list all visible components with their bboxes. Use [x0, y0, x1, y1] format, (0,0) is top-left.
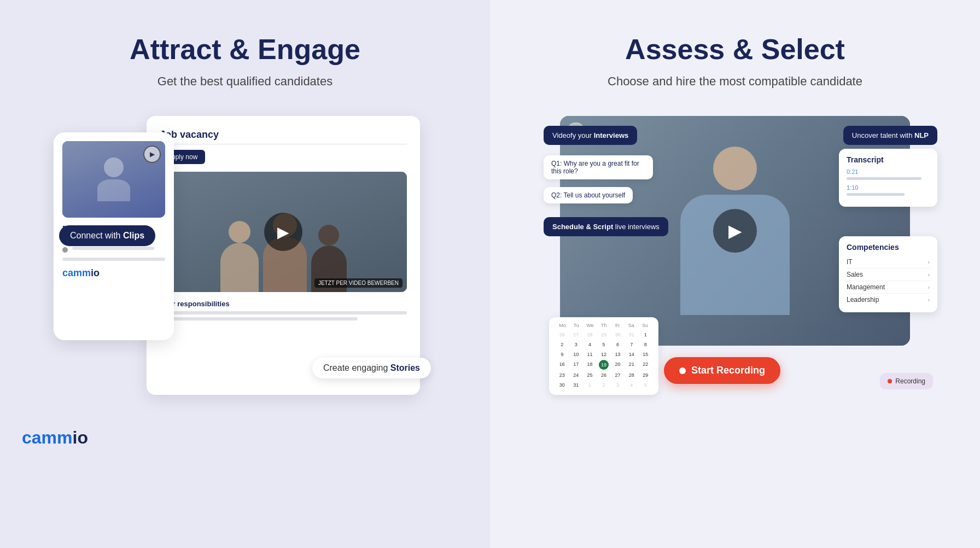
- stories-bold: Stories: [390, 363, 420, 372]
- main-video-play-button[interactable]: ▶: [713, 209, 757, 253]
- resp-line-2: [160, 317, 358, 320]
- video-overlay-text: JETZT PER VIDEO BEWERBEN: [314, 278, 402, 288]
- nlp-bubble: Uncover talent with NLP: [843, 126, 937, 145]
- cal-day-mo: Mo: [556, 323, 569, 328]
- cal-cell: 3: [569, 340, 582, 349]
- cal-day-tu: Tu: [569, 323, 583, 328]
- cal-cell: 7: [625, 340, 638, 349]
- schedule-bubble: Schedule & Script live interviews: [544, 217, 668, 236]
- cal-cell: 29: [639, 371, 652, 380]
- right-panel: Assess & Select Choose and hire the most…: [490, 0, 980, 548]
- cal-cell: 1: [639, 330, 652, 339]
- transcript-time-1: 0:21: [847, 168, 930, 175]
- videofy-bubble: Videofy your Interviews: [544, 126, 637, 145]
- interviews-bold: Interviews: [594, 131, 629, 139]
- cal-cell: 3: [611, 381, 624, 389]
- cammio-logo-area: cammio: [22, 411, 88, 448]
- right-content-area: ▶ ▶ Videofy your Interviews Uncover tale…: [533, 116, 937, 400]
- cal-day-sa: Sa: [625, 323, 638, 328]
- cal-cell: 2: [597, 381, 610, 389]
- responsibilities-section: Your responsibilities: [160, 300, 407, 320]
- competencies-title: Competencies: [847, 243, 930, 252]
- recording-badge-label: Recording: [895, 377, 925, 385]
- competency-it-chevron: ›: [928, 259, 930, 265]
- cal-cell: 24: [569, 371, 582, 380]
- cal-cell: 8: [639, 340, 652, 349]
- cal-cell: 29: [597, 330, 610, 339]
- competency-management-label: Management: [847, 283, 885, 291]
- cal-cell: 26: [597, 371, 610, 380]
- cal-cell-today: 19: [599, 360, 609, 370]
- cal-cell: 20: [611, 360, 624, 370]
- competency-leadership-chevron: ›: [928, 297, 930, 303]
- competency-management-chevron: ›: [928, 284, 930, 290]
- calendar-grid: 26 27 28 29 30 31 1 2 3 4 5 6 7 8 9 10 1…: [556, 330, 652, 389]
- competency-leadership: Leadership ›: [847, 294, 930, 306]
- recording-badge: Recording: [880, 373, 933, 389]
- competency-sales: Sales ›: [847, 269, 930, 281]
- cal-cell: 25: [584, 371, 596, 380]
- cal-cell: 1: [584, 381, 596, 389]
- cal-cell: 30: [556, 381, 568, 389]
- cal-cell: 27: [611, 371, 624, 380]
- cal-cell: 10: [569, 350, 582, 359]
- cal-cell: 5: [597, 340, 610, 349]
- cal-cell: 23: [556, 371, 568, 380]
- transcript-title: Transcript: [847, 155, 930, 164]
- cal-cell: 12: [597, 350, 610, 359]
- connect-clips-badge: Connect with Clips: [59, 225, 155, 246]
- cal-cell: 4: [625, 381, 638, 389]
- calendar-area: Mo Tu We Th Fr Sa Su 26 27 28 29 30 31 1…: [549, 317, 658, 395]
- cal-cell: 14: [625, 350, 638, 359]
- cal-day-th: Th: [597, 323, 610, 328]
- nlp-bold: NLP: [914, 131, 929, 139]
- responsibilities-title: Your responsibilities: [160, 300, 407, 308]
- cal-cell: 18: [584, 360, 596, 370]
- phone-cammio-logo: cammio: [62, 267, 165, 279]
- cal-cell: 26: [556, 330, 568, 339]
- right-title: Assess & Select: [625, 33, 845, 66]
- right-subtitle: Choose and hire the most compatible cand…: [608, 74, 862, 89]
- job-video-play-button[interactable]: ▶: [264, 213, 302, 251]
- competency-sales-label: Sales: [847, 271, 863, 278]
- start-recording-label: Start Recording: [691, 365, 765, 376]
- phone-small-play-icon[interactable]: ▶: [143, 145, 161, 163]
- phone-video-thumb: ▶ ▶: [62, 141, 165, 218]
- schedule-bold: Schedule & Script: [552, 223, 613, 231]
- left-panel: Attract & Engage Get the best qualified …: [0, 0, 490, 548]
- left-subtitle: Get the best qualified candidates: [158, 74, 332, 89]
- cammio-logo: cammio: [22, 428, 88, 448]
- clips-bold: Clips: [123, 231, 144, 240]
- calendar-header: Mo Tu We Th Fr Sa Su: [556, 323, 652, 328]
- phone-email-row: [62, 247, 165, 253]
- cal-cell: 6: [611, 340, 624, 349]
- job-card-divider: [160, 144, 407, 144]
- transcript-bar-2: [847, 193, 905, 196]
- phone-separator-line: [62, 258, 165, 261]
- phone-line-2: [72, 247, 154, 250]
- cal-cell: 28: [625, 371, 638, 380]
- cal-cell: 31: [625, 330, 638, 339]
- transcript-bar-1: [847, 177, 921, 180]
- email-icon: [62, 247, 68, 253]
- left-title: Attract & Engage: [130, 33, 360, 66]
- cal-cell: 16: [556, 360, 568, 370]
- competency-management: Management ›: [847, 281, 930, 294]
- cal-cell: 13: [611, 350, 624, 359]
- competency-sales-chevron: ›: [928, 272, 930, 278]
- cal-cell: 5: [639, 381, 652, 389]
- cal-cell: 9: [556, 350, 568, 359]
- cal-day-fr: Fr: [611, 323, 625, 328]
- cal-cell: 30: [611, 330, 624, 339]
- competency-leadership-label: Leadership: [847, 296, 879, 304]
- recording-red-dot-icon: [888, 379, 892, 383]
- transcript-time-2: 1:10: [847, 184, 930, 191]
- recording-dot-icon: [679, 368, 686, 374]
- start-recording-button[interactable]: Start Recording: [664, 357, 780, 384]
- competency-it-label: IT: [847, 258, 853, 266]
- cal-cell: 4: [584, 340, 596, 349]
- job-card-title: Job vacancy: [160, 129, 407, 141]
- stories-badge: Create engaging Stories: [312, 358, 431, 378]
- resp-line-1: [160, 311, 407, 314]
- cal-cell: 21: [625, 360, 638, 370]
